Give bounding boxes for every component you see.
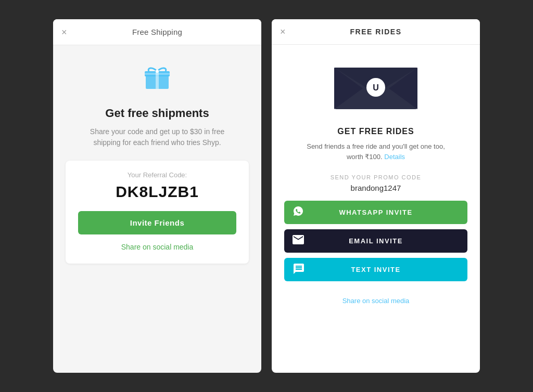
right-modal-header: × FREE RIDES bbox=[272, 19, 480, 45]
text-label: TEXT INVITE bbox=[351, 266, 400, 273]
email-label: EMAIL INVITE bbox=[349, 237, 403, 245]
right-close-button[interactable]: × bbox=[280, 27, 286, 36]
right-share-social-link[interactable]: Share on social media bbox=[342, 297, 410, 305]
email-invite-button[interactable]: EMAIL INVITE bbox=[284, 229, 467, 253]
svg-rect-3 bbox=[145, 73, 170, 75]
referral-card: Your Referral Code: DK8LJZB1 Invite Frie… bbox=[66, 161, 249, 264]
promo-code-value: brandong1247 bbox=[351, 184, 401, 192]
invite-friends-button[interactable]: Invite Friends bbox=[78, 211, 236, 234]
right-modal-body: U GET FREE RIDES Send friends a free rid… bbox=[272, 45, 480, 315]
left-close-button[interactable]: × bbox=[61, 28, 67, 37]
svg-text:U: U bbox=[373, 83, 379, 92]
whatsapp-invite-button[interactable]: WHATSAPP INVITE bbox=[284, 201, 467, 224]
left-modal-body: Get free shipments Share your code and g… bbox=[53, 45, 261, 276]
envelope-illustration: U bbox=[332, 57, 420, 116]
free-shipping-modal: × Free Shipping Get free shipments Share… bbox=[53, 19, 261, 373]
left-sub-text: Share your code and get up to $30 in fre… bbox=[79, 126, 235, 148]
gift-icon bbox=[142, 61, 173, 98]
left-modal-title: Free Shipping bbox=[132, 28, 182, 36]
text-icon bbox=[293, 263, 304, 277]
left-modal-header: × Free Shipping bbox=[53, 19, 261, 45]
email-icon bbox=[293, 235, 304, 247]
svg-point-4 bbox=[156, 70, 159, 73]
free-rides-title: GET FREE RIDES bbox=[337, 127, 414, 136]
promo-section: SEND YOUR PROMO CODE brandong1247 WHATSA… bbox=[284, 174, 467, 286]
right-modal-title: FREE RIDES bbox=[350, 28, 401, 36]
whatsapp-icon bbox=[293, 205, 304, 219]
free-rides-modal: × FREE RIDES U GET FREE RIDES Send frien… bbox=[272, 19, 480, 373]
left-share-social-link[interactable]: Share on social media bbox=[121, 243, 194, 251]
whatsapp-label: WHATSAPP INVITE bbox=[339, 208, 412, 216]
left-main-title: Get free shipments bbox=[105, 107, 209, 120]
promo-label: SEND YOUR PROMO CODE bbox=[331, 174, 422, 180]
free-rides-desc: Send friends a free ride and you'll get … bbox=[298, 141, 454, 162]
referral-label: Your Referral Code: bbox=[128, 171, 187, 179]
text-invite-button[interactable]: TEXT INVITE bbox=[284, 258, 467, 281]
referral-code: DK8LJZB1 bbox=[116, 183, 199, 201]
details-link[interactable]: Details bbox=[384, 153, 405, 161]
